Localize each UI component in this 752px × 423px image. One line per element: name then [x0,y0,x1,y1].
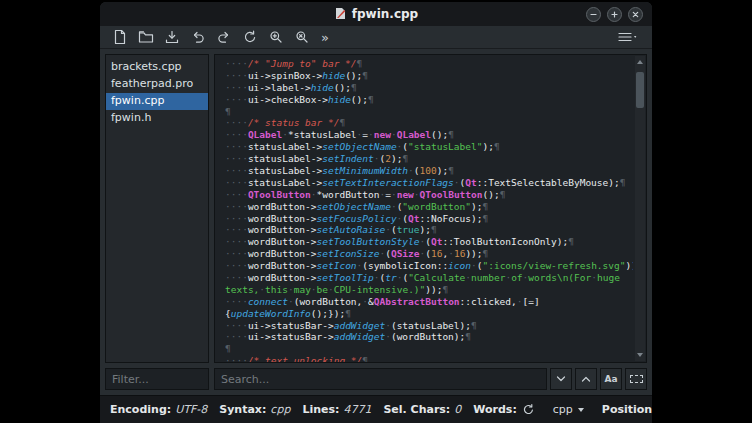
position-status: Position: 73 [602,403,652,416]
titlebar-title-group: fpwin.cpp [100,2,652,26]
window-controls [586,7,652,22]
filter-input[interactable] [105,368,209,390]
close-button[interactable] [628,7,643,22]
file-list[interactable]: brackets.cppfeatherpad.profpwin.cppfpwin… [105,54,209,363]
reload-button[interactable] [240,28,259,47]
toolbar-overflow-button[interactable]: » [318,28,332,47]
word-count-refresh-button[interactable] [521,402,537,418]
menu-button[interactable] [614,28,642,47]
code-line: ····wordButton->setAutoRaise·(true);¶ [225,224,633,236]
vertical-scrollbar[interactable] [635,56,645,361]
lines-status: Lines: 4771 [302,403,371,416]
file-list-item[interactable]: fpwin.cpp [106,93,208,110]
code-line: ····wordButton->setIconSize·(QSize·(16,·… [225,248,633,260]
code-line: ····statusLabel->setIndent·(2);¶ [225,153,633,165]
match-case-icon: Aa [604,374,617,384]
code-line: {updateWordInfo();});¶ [225,308,633,320]
redo-button[interactable] [214,28,233,47]
search-bar: Aa [214,368,647,390]
code-line: ····wordButton->setToolTip·(tr·("Calcula… [225,272,633,284]
scrollbar-thumb[interactable] [636,72,644,108]
words-status: Words: [473,402,537,418]
code-line: ····statusLabel->setTextInteractionFlags… [225,177,633,189]
code-line: ····wordButton->setObjectName·("wordButt… [225,201,633,213]
window-title: fpwin.cpp [352,7,418,21]
selected-chars-status: Sel. Chars: 0 [383,403,461,416]
code-line: ····ui->checkBox->hide();¶ [225,94,633,106]
code-line: ····ui->statusBar->addWidget·(wordButton… [225,331,633,343]
editor-pane: ····/* "Jump to" bar */¶····ui->spinBox-… [214,54,647,390]
scroll-down-arrow-icon[interactable] [637,353,643,357]
code-line: ····ui->label->hide();¶ [225,82,633,94]
code-line: ····wordButton->setToolButtonStyle·(Qt::… [225,236,633,248]
code-line: ¶ [225,343,633,355]
titlebar[interactable]: fpwin.cpp [100,2,652,26]
save-button[interactable] [162,28,181,47]
code-line: ····statusLabel->setMinimumWidth·(100);¶ [225,165,633,177]
search-input[interactable] [214,368,547,390]
main-area: brackets.cppfeatherpad.profpwin.cppfpwin… [100,49,652,395]
syntax-combo-value: cpp [553,403,573,416]
code-line: ····wordButton->setIcon·(symbolicIcon::i… [225,260,633,272]
code-line: ¶ [225,106,633,118]
find-button[interactable] [266,28,285,47]
find-next-button[interactable] [550,368,572,390]
file-list-item[interactable]: featherpad.pro [106,76,208,93]
code-line: ····wordButton->setFocusPolicy·(Qt::NoFo… [225,213,633,225]
code-line: ····QToolButton·*wordButton·=·new·QToolB… [225,189,633,201]
undo-button[interactable] [188,28,207,47]
find-previous-button[interactable] [575,368,597,390]
side-pane: brackets.cppfeatherpad.profpwin.cppfpwin… [105,54,209,390]
document-icon [334,5,347,24]
search-replace-button[interactable] [292,28,311,47]
whole-word-button[interactable] [625,368,647,390]
text-editor[interactable]: ····/* "Jump to" bar */¶····ui->spinBox-… [214,54,647,363]
code-line: ····/* "Jump to" bar */¶ [225,58,633,70]
code-area[interactable]: ····/* "Jump to" bar */¶····ui->spinBox-… [225,58,633,362]
code-line: ····connect·(wordButton,·&QAbstractButto… [225,296,633,308]
code-line: ····/* text unlocking */¶ [225,355,633,362]
encoding-status: Encoding: UTF-8 [110,403,207,416]
code-line: ····ui->spinBox->hide();¶ [225,70,633,82]
code-line: ····ui->statusBar->addWidget·(statusLabe… [225,320,633,332]
syntax-combo[interactable]: cpp [549,401,588,418]
featherpad-window: fpwin.cpp [100,2,652,423]
file-list-item[interactable]: brackets.cpp [106,59,208,76]
code-line: ····/* status bar */¶ [225,117,633,129]
open-file-button[interactable] [136,28,155,47]
code-line: ····statusLabel->setObjectName·("statusL… [225,141,633,153]
code-line: ····QLabel·*statusLabel·=·new·QLabel();¶ [225,129,633,141]
chevron-down-icon [578,408,584,412]
scroll-up-arrow-icon[interactable] [637,60,643,64]
maximize-button[interactable] [607,7,622,22]
statusbar: Encoding: UTF-8 Syntax: cpp Lines: 4771 … [100,395,652,423]
new-document-button[interactable] [110,28,129,47]
minimize-button[interactable] [586,7,601,22]
statusbar-right: cpp Position: 73 [549,401,652,418]
code-line: texts,·this·may·be·CPU-intensive.)"));¶ [225,284,633,296]
toolbar: » [100,26,652,49]
whole-word-icon [630,375,643,383]
file-list-item[interactable]: fpwin.h [106,110,208,127]
match-case-button[interactable]: Aa [600,368,622,390]
syntax-status: Syntax: cpp [219,403,290,416]
